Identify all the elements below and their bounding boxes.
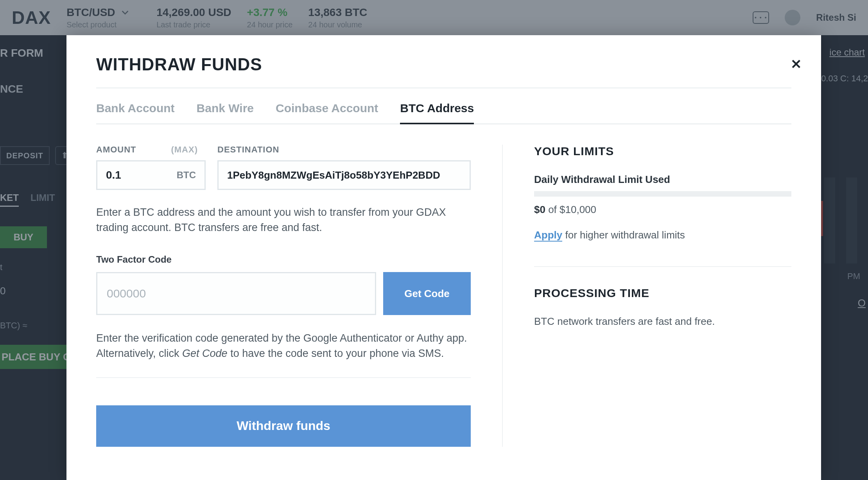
divider xyxy=(96,88,791,88)
limit-used-value: $0 of $10,000 xyxy=(534,204,791,216)
amount-label: AMOUNT xyxy=(96,145,136,155)
apply-limits-row: Apply for higher withdrawal limits xyxy=(534,229,791,241)
form-help-text: Enter a BTC address and the amount you w… xyxy=(96,205,471,235)
modal-title: WITHDRAW FUNDS xyxy=(96,55,791,74)
processing-time-text: BTC network transfers are fast and free. xyxy=(534,315,791,328)
tab-bank-account[interactable]: Bank Account xyxy=(96,102,175,124)
tab-coinbase-account[interactable]: Coinbase Account xyxy=(276,102,378,124)
limits-panel: YOUR LIMITS Daily Withdrawal Limit Used … xyxy=(503,145,791,447)
two-factor-input[interactable] xyxy=(96,272,376,315)
amount-input-wrapper[interactable]: BTC xyxy=(96,160,206,190)
divider xyxy=(96,377,471,378)
destination-input[interactable] xyxy=(227,169,461,181)
withdraw-funds-modal: WITHDRAW FUNDS ✕ Bank Account Bank Wire … xyxy=(66,35,821,480)
apply-link[interactable]: Apply xyxy=(534,229,562,242)
tab-bank-wire[interactable]: Bank Wire xyxy=(197,102,254,124)
your-limits-heading: YOUR LIMITS xyxy=(534,145,791,158)
max-link[interactable]: (MAX) xyxy=(171,145,198,155)
two-factor-label: Two Factor Code xyxy=(96,254,471,265)
two-factor-help-text: Enter the verification code generated by… xyxy=(96,331,471,361)
daily-limit-label: Daily Withdrawal Limit Used xyxy=(534,174,791,186)
processing-time-heading: PROCESSING TIME xyxy=(534,266,791,300)
limit-progress-bar xyxy=(534,191,791,197)
tab-btc-address[interactable]: BTC Address xyxy=(400,102,474,124)
withdraw-funds-button[interactable]: Withdraw funds xyxy=(96,405,471,447)
close-icon[interactable]: ✕ xyxy=(791,56,802,72)
destination-input-wrapper[interactable] xyxy=(217,160,471,190)
amount-input[interactable] xyxy=(106,169,153,181)
withdraw-form: AMOUNT (MAX) DESTINATION BTC Enter a BTC… xyxy=(96,145,503,447)
get-code-button[interactable]: Get Code xyxy=(383,272,471,315)
destination-label: DESTINATION xyxy=(217,145,279,155)
amount-unit: BTC xyxy=(177,170,196,181)
withdraw-method-tabs: Bank Account Bank Wire Coinbase Account … xyxy=(96,102,791,124)
